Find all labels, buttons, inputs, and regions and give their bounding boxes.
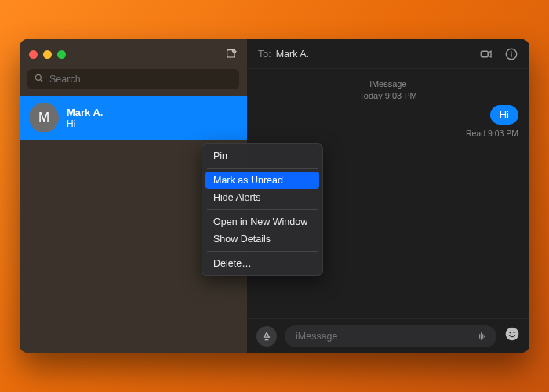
service-label: iMessage [258, 78, 518, 90]
window-controls [29, 50, 66, 59]
details-button[interactable] [504, 47, 518, 61]
menu-item-delete[interactable]: Delete… [205, 255, 319, 272]
svg-point-7 [513, 332, 514, 333]
thread-timestamp: iMessage Today 9:03 PM [258, 78, 518, 103]
menu-separator [207, 209, 318, 210]
context-menu: Pin Mark as Unread Hide Alerts Open in N… [202, 143, 323, 276]
conversation-text: Mark A. Hi [67, 107, 230, 129]
to-name[interactable]: Mark A. [276, 49, 309, 60]
waveform-icon [476, 330, 489, 343]
menu-item-show-details[interactable]: Show Details [205, 230, 319, 248]
minimize-window-button[interactable] [43, 50, 52, 59]
fullscreen-window-button[interactable] [57, 50, 66, 59]
emoji-button[interactable] [504, 326, 520, 346]
info-icon [504, 47, 518, 61]
menu-item-open-new-window[interactable]: Open in New Window [205, 213, 319, 230]
compose-icon [225, 48, 238, 60]
conversation-preview: Hi [67, 118, 230, 129]
search-input[interactable] [27, 69, 239, 89]
svg-point-1 [35, 74, 41, 80]
read-receipt: Read 9:03 PM [466, 129, 518, 138]
messages-window: M Mark A. Hi To: Mark A. [20, 39, 529, 353]
menu-item-mark-unread[interactable]: Mark as Unread [205, 172, 319, 189]
emoji-icon [504, 326, 520, 342]
svg-point-4 [511, 51, 512, 53]
message-bubble-outgoing[interactable]: Hi [490, 105, 518, 125]
conversation-name: Mark A. [67, 107, 230, 118]
menu-separator [207, 251, 318, 252]
composer [247, 318, 529, 353]
search-icon [34, 73, 45, 87]
dictation-button[interactable] [476, 330, 489, 346]
avatar: M [29, 103, 59, 132]
appstore-icon [261, 331, 272, 342]
header-actions [479, 47, 518, 61]
time-label: Today 9:03 PM [258, 90, 518, 102]
search-wrap [20, 69, 247, 96]
titlebar [20, 39, 247, 69]
apps-button[interactable] [256, 326, 277, 347]
facetime-icon [479, 47, 493, 61]
conversation-item[interactable]: M Mark A. Hi [20, 96, 247, 140]
chat-header: To: Mark A. [247, 39, 529, 69]
svg-point-5 [506, 328, 519, 341]
svg-rect-2 [481, 51, 488, 57]
message-input[interactable] [285, 325, 496, 347]
menu-item-hide-alerts[interactable]: Hide Alerts [205, 189, 319, 206]
menu-separator [207, 168, 318, 169]
compose-button[interactable] [225, 48, 238, 60]
to-label: To: [258, 49, 271, 60]
facetime-button[interactable] [479, 47, 493, 61]
svg-point-6 [509, 332, 511, 333]
menu-item-pin[interactable]: Pin [205, 147, 319, 165]
close-window-button[interactable] [29, 50, 38, 59]
